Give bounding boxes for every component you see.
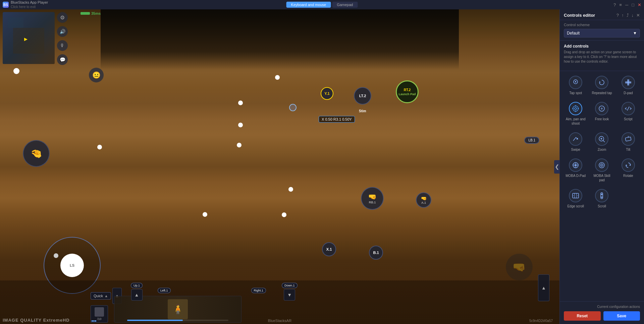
up1-button[interactable]: ▲: [131, 289, 143, 301]
rotate-control[interactable]: Rotate: [616, 156, 640, 184]
panel-title: Controls editor: [564, 13, 595, 18]
speaker-icon[interactable]: 🔊: [57, 26, 68, 37]
dot-6: [237, 143, 241, 147]
edge-scroll-label: Edge scroll: [567, 204, 584, 208]
ping-value: 35ms: [91, 11, 101, 15]
mini-map: ▶: [3, 12, 55, 64]
lb1-button[interactable]: LB.1: [524, 137, 539, 144]
y1-button[interactable]: Y.1: [321, 87, 333, 100]
menu-icon[interactable]: ≡: [619, 2, 622, 7]
svg-marker-34: [578, 195, 578, 196]
scheme-label: Control scheme: [564, 23, 640, 27]
download-icon[interactable]: ↓: [632, 13, 634, 18]
chat-icon[interactable]: 💬: [57, 54, 68, 65]
a1-button[interactable]: 🤜 A.1: [416, 192, 431, 208]
emoji-button[interactable]: 😐: [89, 68, 104, 82]
maximize-icon[interactable]: □: [632, 2, 634, 7]
svg-marker-29: [626, 165, 627, 166]
xp-bar: [127, 320, 228, 321]
reset-button[interactable]: Reset: [564, 311, 601, 321]
down1-area: Down.1 ▼: [282, 283, 298, 301]
moba-skill-pad-label: MOBA Skill pad: [591, 174, 612, 182]
dot-4: [97, 145, 102, 149]
svg-marker-28: [629, 164, 631, 166]
free-look-label: Free look: [595, 117, 609, 121]
dot-1: [275, 75, 280, 80]
upload-icon[interactable]: ↑: [622, 13, 624, 18]
free-look-icon: [595, 102, 608, 115]
script-icon: [622, 102, 635, 115]
weapon-slot-1[interactable]: /10: [91, 305, 108, 323]
moba-skill-pad-icon: [595, 158, 608, 172]
moba-d-pad-control[interactable]: MOBA D-Pad: [564, 156, 587, 184]
add-controls-section: Add controls Drag and drop an action on …: [560, 41, 644, 71]
svg-marker-37: [601, 193, 603, 195]
script-control[interactable]: Script: [616, 100, 640, 128]
b1-button[interactable]: B.1: [369, 246, 383, 260]
dot-8: [203, 212, 207, 217]
edge-scroll-control[interactable]: Edge scroll: [564, 187, 587, 210]
bluestacks-ar-label: BlueStacksAR: [268, 319, 291, 323]
save-button[interactable]: Save: [603, 311, 640, 321]
close-panel-icon[interactable]: ✕: [636, 13, 640, 18]
tap-spot-control[interactable]: Tap spot: [564, 74, 587, 97]
free-look-control[interactable]: Free look: [590, 100, 613, 128]
down1-button[interactable]: ▼: [284, 289, 295, 301]
d-pad-control[interactable]: D-pad: [616, 74, 640, 97]
hud-arrow-right[interactable]: ▲: [538, 274, 549, 301]
gamepad-tab[interactable]: Gamepad: [332, 2, 358, 8]
rb1-button[interactable]: 🤜 RB.1: [361, 187, 384, 210]
d-pad-label: D-pad: [624, 91, 633, 95]
app-logo: BS: [3, 2, 9, 8]
controls-grid: Tap spot Repeated tap: [560, 71, 644, 213]
moba-d-pad-label: MOBA D-Pad: [566, 174, 586, 178]
dot-5: [238, 123, 243, 127]
quick-button[interactable]: Quick ▲: [91, 292, 111, 300]
svg-point-6: [575, 108, 577, 110]
d-pad-icon: [622, 76, 635, 89]
close-icon[interactable]: ✕: [638, 2, 641, 7]
scheme-dropdown[interactable]: Default ▼: [564, 29, 640, 38]
minimize-icon[interactable]: ─: [625, 2, 628, 7]
config-actions-label: Current configuration actions: [564, 305, 640, 309]
mic-icon[interactable]: 🎙: [57, 40, 68, 51]
repeated-tap-control[interactable]: Repeated tap: [590, 74, 613, 97]
up1-area: Up.1 ▲: [131, 283, 143, 301]
joystick-inner: LS: [60, 254, 84, 277]
svg-marker-38: [601, 197, 603, 198]
rt2-button[interactable]: RT.2 Launch Pad: [396, 80, 419, 103]
lt2-button[interactable]: LT.2: [354, 87, 371, 105]
action-buttons: Reset Save: [564, 311, 640, 321]
panel-header-icons: ? ↑ ⤴ ↓ ✕: [616, 13, 640, 18]
scroll-control[interactable]: Scroll: [590, 187, 613, 210]
coords-label: 5c9n4D2i#0a57: [529, 319, 553, 323]
moba-skill-pad-control[interactable]: MOBA Skill pad: [590, 156, 613, 184]
app-subtitle: Click here to exit: [11, 5, 48, 9]
bottom-hud: Quick ▲ ▲ /10: [0, 280, 559, 324]
tilt-control[interactable]: Tilt: [616, 130, 640, 154]
zoom-control[interactable]: Zoom: [590, 130, 613, 154]
panel-header: Controls editor ? ↑ ⤴ ↓ ✕: [560, 9, 644, 20]
app-name: BlueStacks App Player: [11, 0, 48, 5]
image-quality-label: IMAGE QUALITY ExtremeHD: [3, 318, 70, 323]
keyboard-mouse-tab[interactable]: Keyboard and mouse: [286, 2, 331, 8]
hand-button[interactable]: 🤏: [23, 140, 50, 167]
help-icon[interactable]: ?: [613, 2, 616, 7]
game-area: ▶ ⚙ 🔊 🎙 💬 😐 35ms: [0, 9, 559, 324]
svg-line-13: [627, 107, 629, 111]
ping-display: 35ms: [80, 11, 101, 15]
x1-button[interactable]: X.1: [322, 242, 336, 256]
help-panel-icon[interactable]: ?: [616, 13, 619, 18]
collapse-panel-btn[interactable]: ❮: [554, 160, 559, 174]
dot-7: [288, 187, 293, 192]
aim-pan-shoot-control[interactable]: Aim, pan and shoot: [564, 100, 587, 128]
ammo-pips: [92, 320, 96, 322]
settings-icon[interactable]: ⚙: [57, 12, 68, 23]
add-controls-desc: Drag and drop an action on your game scr…: [564, 50, 640, 64]
tap-spot-label: Tap spot: [569, 91, 582, 95]
share-icon[interactable]: ⤴: [627, 13, 629, 18]
svg-point-5: [573, 106, 578, 111]
title-bar: BS BlueStacks App Player Click here to e…: [0, 0, 644, 9]
left1-badge: Left.1: [158, 288, 171, 293]
swipe-control[interactable]: Swipe: [564, 130, 587, 154]
